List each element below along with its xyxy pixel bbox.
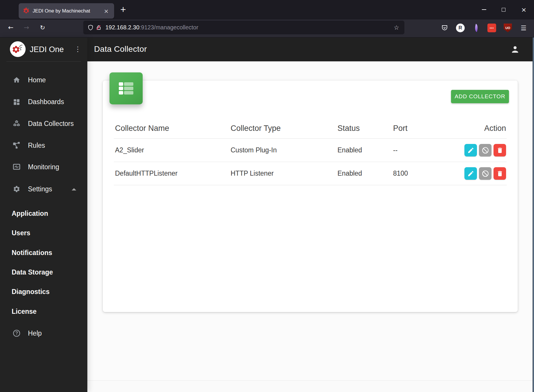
window-edge <box>533 38 534 392</box>
column-header-action: Action <box>483 124 507 133</box>
chevron-up-icon <box>72 188 76 190</box>
close-icon: × <box>521 6 526 13</box>
app-logo <box>10 41 26 57</box>
sidebar-item-home[interactable]: Home <box>0 73 87 87</box>
sidebar-item-data-collectors[interactable]: Data Collectors <box>0 117 87 131</box>
home-icon <box>13 76 20 84</box>
pocket-icon <box>441 24 448 31</box>
insecure-lock-icon[interactable] <box>96 24 102 31</box>
browser-tab[interactable]: JEDI One by Machinechat × <box>19 3 114 19</box>
reload-button[interactable]: ↻ <box>37 22 48 34</box>
page-title: Data Collector <box>94 44 147 54</box>
edit-button[interactable] <box>464 167 477 180</box>
dots-badge: ••• <box>487 24 496 32</box>
delete-button[interactable] <box>494 144 506 156</box>
account-button[interactable] <box>509 44 521 55</box>
sidebar-item-label: Dashboards <box>28 98 64 106</box>
gear-icon <box>13 185 20 193</box>
collector-port: 8100 <box>392 170 455 177</box>
favicon-gear-icon <box>23 8 30 15</box>
add-collector-button[interactable]: ADD COLLECTOR <box>451 90 509 103</box>
cubes-icon <box>13 120 20 127</box>
sidebar-subitem-data-storage[interactable]: Data Storage <box>0 266 87 278</box>
browser-window: JEDI One by Machinechat × + × ← → ↻ 192.… <box>0 0 534 392</box>
column-header-status: Status <box>336 124 392 133</box>
sidebar-item-dashboards[interactable]: Dashboards <box>0 95 87 109</box>
sidebar-item-rules[interactable]: Rules <box>0 138 87 152</box>
collector-name: A2_Slider <box>114 146 229 154</box>
sidebar-subitem-license[interactable]: License <box>0 305 87 317</box>
collector-type: Custom Plug-In <box>229 146 336 154</box>
window-minimize-button[interactable] <box>477 3 491 16</box>
sidebar-item-help[interactable]: Help <box>0 326 87 340</box>
sidebar-kebab-menu[interactable]: ⋮ <box>73 44 83 54</box>
delete-button[interactable] <box>494 167 506 180</box>
minimize-icon <box>482 9 486 10</box>
sidebar-item-monitoring[interactable]: Monitoring <box>0 160 87 174</box>
url-path: :9123/managecollector <box>139 24 198 31</box>
sidebar-item-label: Data Collectors <box>28 120 74 128</box>
sidebar-item-label: Monitoring <box>28 163 59 171</box>
tracking-shield-icon[interactable] <box>87 24 94 31</box>
edit-button[interactable] <box>464 144 477 156</box>
table-header-row: Collector Name Collector Type Status Por… <box>114 118 507 139</box>
sidebar-item-settings[interactable]: Settings <box>0 182 87 196</box>
sidebar-subitem-diagnostics[interactable]: Diagnostics <box>0 286 87 297</box>
sidebar-divider <box>6 61 81 62</box>
slash-circle-icon <box>482 147 489 154</box>
trash-icon <box>496 170 503 177</box>
collector-status: Enabled <box>336 170 392 177</box>
feather-icon <box>473 24 479 32</box>
dashboard-icon <box>13 98 20 106</box>
forward-button[interactable]: → <box>21 22 32 34</box>
gear-signal-logo-icon <box>11 42 25 56</box>
sidebar-subitem-users[interactable]: Users <box>0 227 87 238</box>
collectors-table: Collector Name Collector Type Status Por… <box>114 118 507 185</box>
ublock-extension-icon[interactable]: UO <box>503 23 513 33</box>
r-extension-icon[interactable]: R <box>455 23 466 33</box>
new-tab-button[interactable]: + <box>118 4 128 15</box>
url-bar[interactable]: 192.168.2.30:9123/managecollector ☆ <box>83 21 404 34</box>
sidebar-subitem-label: Diagnostics <box>12 288 49 296</box>
feather-extension-icon[interactable] <box>471 23 482 33</box>
sidebar: JEDI One ⋮ Home Dashboards Data Collecto… <box>0 38 87 392</box>
table-row: A2_Slider Custom Plug-In Enabled -- <box>114 139 507 162</box>
hamburger-icon: ☰ <box>521 24 526 32</box>
back-button[interactable]: ← <box>5 22 17 34</box>
collector-status: Enabled <box>336 146 392 154</box>
sidebar-item-label: Home <box>28 76 46 84</box>
window-close-button[interactable]: × <box>517 3 531 16</box>
monitor-icon <box>13 163 20 171</box>
sidebar-item-label: Help <box>28 329 42 337</box>
rules-graph-icon <box>13 142 20 149</box>
bookmark-star-icon[interactable]: ☆ <box>392 24 400 31</box>
app-name: JEDI One <box>30 45 64 54</box>
sidebar-item-label: Settings <box>28 185 52 193</box>
person-icon <box>510 44 520 54</box>
window-maximize-button[interactable] <box>497 3 510 16</box>
url-text[interactable]: 192.168.2.30:9123/managecollector <box>105 24 392 31</box>
password-manager-extension-icon[interactable]: ••• <box>487 23 497 33</box>
r-badge: R <box>456 24 465 32</box>
main-content: ADD COLLECTOR Collector Name Collector T… <box>87 61 534 392</box>
sidebar-subitem-label: Application <box>12 210 48 218</box>
pencil-icon <box>467 170 474 177</box>
sidebar-subitem-notifications[interactable]: Notifications <box>0 247 87 258</box>
sidebar-subitem-label: License <box>12 308 37 316</box>
row-actions <box>463 144 507 156</box>
trash-icon <box>496 147 503 154</box>
disable-button[interactable] <box>479 167 491 180</box>
list-icon <box>119 82 133 95</box>
sidebar-subitem-label: Users <box>12 229 30 237</box>
tab-close-icon[interactable]: × <box>102 7 110 15</box>
column-header-port: Port <box>392 124 455 133</box>
collectors-tile-icon <box>109 72 143 104</box>
menu-button[interactable]: ☰ <box>518 23 529 33</box>
collectors-card: ADD COLLECTOR Collector Name Collector T… <box>103 81 518 312</box>
disable-button[interactable] <box>479 144 491 156</box>
table-row: DefaultHTTPListener HTTP Listener Enable… <box>114 162 507 185</box>
app-bar: Data Collector <box>87 38 534 61</box>
sidebar-subitem-label: Data Storage <box>12 268 53 276</box>
sidebar-subitem-application[interactable]: Application <box>0 207 87 219</box>
pocket-extension-icon[interactable] <box>439 23 450 33</box>
